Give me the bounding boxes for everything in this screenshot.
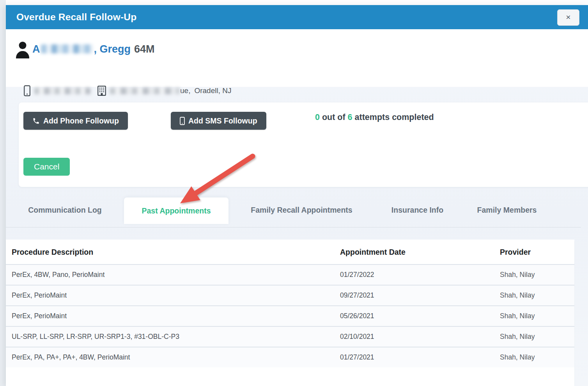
- table-cell: Shah, Nilay: [494, 326, 574, 347]
- table-row: PerEx, PerioMaint05/26/2021Shah, Nilay: [6, 306, 574, 326]
- add-phone-followup-button[interactable]: Add Phone Followup: [23, 112, 128, 130]
- tab-insurance-info[interactable]: Insurance Info: [375, 197, 460, 222]
- table-row: UL-SRP, LL-SRP, LR-SRP, UR-SRP1-3, #31-O…: [6, 326, 574, 347]
- attempts-completed-count: 0: [315, 113, 320, 122]
- table-cell: 02/10/2021: [334, 326, 494, 347]
- table-cell: PerEx, PA, PA+, PA+, 4BW, PerioMaint: [6, 347, 334, 367]
- phone-handset-icon: [32, 117, 40, 125]
- table-cell: UL-SRP, LL-SRP, LR-SRP, UR-SRP1-3, #31-O…: [6, 326, 334, 347]
- table-cell: 09/27/2021: [334, 285, 494, 306]
- modal-title: Overdue Recall Follow-Up: [16, 12, 136, 23]
- attempts-suffix-text: attempts completed: [352, 113, 434, 122]
- patient-contact-line: ue, Oradell, NJ: [24, 85, 231, 96]
- table-cell: PerEx, PerioMaint: [6, 285, 334, 306]
- tab-communication-log[interactable]: Communication Log: [6, 197, 124, 222]
- table-cell: Shah, Nilay: [494, 347, 574, 367]
- column-header: Provider: [494, 240, 574, 264]
- tab-bar-underline: [6, 227, 581, 227]
- table-cell: Shah, Nilay: [494, 306, 574, 326]
- table-cell: PerEx, PerioMaint: [6, 306, 334, 326]
- tab-past-appointments[interactable]: Past Appointments: [124, 197, 228, 224]
- redacted-phone-number: [34, 88, 90, 94]
- attempts-connector-text: out of: [320, 113, 348, 122]
- patient-name-prefix: A: [32, 43, 40, 55]
- mobile-phone-icon: [24, 85, 30, 96]
- redacted-last-name: [41, 44, 93, 53]
- past-appointments-table: Procedure DescriptionAppointment DatePro…: [6, 240, 574, 367]
- patient-city-state: Oradell, NJ: [194, 86, 231, 95]
- table-row: PerEx, PA, PA+, PA+, 4BW, PerioMaint01/2…: [6, 347, 574, 367]
- overdue-recall-modal: Overdue Recall Follow-Up × A, Gregg64M: [6, 5, 588, 386]
- close-icon: ×: [566, 12, 570, 21]
- table-header-row: Procedure DescriptionAppointment DatePro…: [6, 240, 574, 264]
- table-row: PerEx, PerioMaint09/27/2021Shah, Nilay: [6, 285, 574, 306]
- table-cell: Shah, Nilay: [494, 285, 574, 306]
- patient-age-sex: 64M: [134, 43, 155, 55]
- page-background-strip: [6, 0, 588, 5]
- cancel-button-label: Cancel: [34, 162, 59, 171]
- past-appointments-table-card: Procedure DescriptionAppointment DatePro…: [6, 240, 574, 386]
- column-header: Procedure Description: [6, 240, 334, 264]
- building-icon: [97, 86, 106, 96]
- table-body: PerEx, 4BW, Pano, PerioMaint01/27/2022Sh…: [6, 264, 574, 367]
- redacted-street-address: [110, 88, 179, 94]
- patient-name-suffix: , Gregg: [94, 43, 131, 55]
- table-cell: Shah, Nilay: [494, 264, 574, 285]
- close-button[interactable]: ×: [557, 9, 579, 26]
- address-visible-suffix: ue,: [180, 86, 190, 95]
- patient-name: A, Gregg64M: [32, 43, 155, 55]
- add-sms-followup-label: Add SMS Followup: [188, 116, 257, 125]
- tab-family-recall-appointments[interactable]: Family Recall Appointments: [228, 197, 375, 222]
- add-phone-followup-label: Add Phone Followup: [43, 116, 119, 125]
- table-cell: 05/26/2021: [334, 306, 494, 326]
- attempts-total-count: 6: [348, 113, 352, 122]
- person-icon: [15, 41, 30, 60]
- sms-phone-icon: [180, 117, 185, 125]
- tab-family-members[interactable]: Family Members: [460, 197, 554, 222]
- patient-info-card: A, Gregg64M: [6, 29, 588, 87]
- add-sms-followup-button[interactable]: Add SMS Followup: [171, 112, 266, 130]
- table-cell: 01/27/2022: [334, 264, 494, 285]
- table-cell: 01/27/2021: [334, 347, 494, 367]
- table-row: PerEx, 4BW, Pano, PerioMaint01/27/2022Sh…: [6, 264, 574, 285]
- column-header: Appointment Date: [334, 240, 494, 264]
- followup-actions-card: Add Phone Followup Add SMS Followup 0 ou…: [19, 102, 588, 187]
- attempts-status: 0 out of 6 attempts completed: [315, 113, 434, 122]
- cancel-button[interactable]: Cancel: [23, 158, 70, 176]
- table-cell: PerEx, 4BW, Pano, PerioMaint: [6, 264, 334, 285]
- tab-bar: Communication LogPast AppointmentsFamily…: [6, 197, 554, 222]
- modal-header: Overdue Recall Follow-Up: [6, 5, 588, 29]
